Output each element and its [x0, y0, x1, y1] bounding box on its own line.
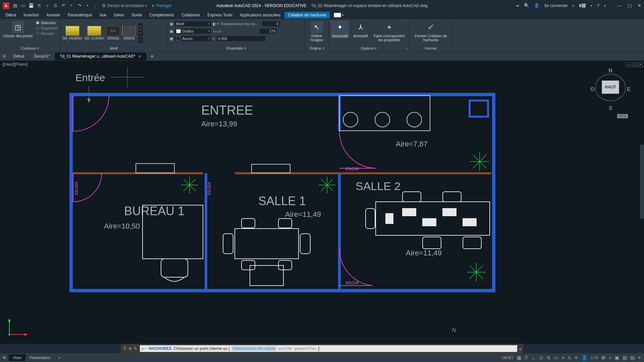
layout-menu-icon[interactable]: ≡ [0, 355, 9, 361]
autodesk-app-icon[interactable]: �⵮ [579, 3, 586, 8]
status-scale[interactable]: 1:75 [591, 356, 598, 360]
cmd-custom-icon[interactable]: ✎ [134, 346, 137, 351]
status-grid-icon[interactable]: ▦ [517, 355, 521, 360]
qat-plot-icon[interactable]: ⎙ [52, 3, 58, 9]
share-button[interactable]: ➤ Partager [152, 3, 172, 8]
cmd-handle-icon[interactable]: ⠿ [123, 346, 126, 351]
pattern-gr-curinv[interactable]: GR_CURINV [84, 26, 104, 40]
annotatif-label: Annotatif [353, 34, 368, 38]
annotatif-button[interactable]: ⅄ Annotatif [352, 20, 369, 39]
nav-bar[interactable] [640, 145, 644, 219]
cmd-close-icon[interactable]: ✕ [128, 346, 132, 351]
file-tab-start[interactable]: Début [9, 53, 29, 60]
status-custom-icon[interactable]: ▤ [630, 355, 635, 360]
cmd-history-icon[interactable]: ▴ [517, 346, 523, 351]
qat-new-icon[interactable]: ▤ [12, 3, 18, 9]
cmd-opt-undo[interactable]: annUler [278, 346, 292, 351]
qat-save-icon[interactable]: 💾 [28, 3, 34, 9]
status-gear-icon[interactable]: ✿ [601, 355, 605, 360]
status-ortho-icon[interactable]: ∟ [531, 355, 536, 360]
signin-label[interactable]: Se connecter [544, 3, 568, 8]
status-model[interactable]: OBJET [502, 356, 514, 360]
viewcube-face[interactable]: HAUT [602, 80, 619, 94]
layout-tab-model[interactable]: Objet [9, 354, 25, 361]
qat-undo-icon[interactable]: ↶ [60, 3, 66, 9]
status-track-icon[interactable]: ↯ [547, 355, 551, 360]
qat-saveas-icon[interactable]: ⎘ [36, 3, 42, 9]
hatch-type-dropdown[interactable]: Motif [174, 21, 211, 27]
file-tab-close-icon[interactable]: ✕ [138, 54, 142, 59]
user-icon[interactable]: 👤 [534, 3, 539, 8]
file-tab-dessin1[interactable]: Dessin1* [29, 53, 55, 60]
svg-point-18 [375, 112, 390, 127]
search-icon[interactable]: 🔍 [524, 3, 529, 8]
status-menu-icon[interactable]: ≡ [638, 355, 641, 360]
new-tab-button[interactable]: + [147, 53, 158, 59]
angle-input[interactable] [259, 28, 277, 34]
close-icon[interactable]: ✕ [638, 3, 641, 8]
svg-rect-12 [252, 164, 290, 173]
viewcube-e[interactable]: E [627, 86, 631, 93]
set-origin-button[interactable]: ↖ Définir l'origine [307, 20, 326, 43]
status-annoscale-icon[interactable]: ⅄ [568, 355, 571, 360]
qat-open-icon[interactable]: ▭ [20, 3, 26, 9]
tab-parametrique[interactable]: Paramétrique [64, 12, 95, 18]
tab-expresstools[interactable]: Express Tools [204, 12, 235, 18]
drawing-canvas[interactable]: -][Haut][Filaire] — ▢ ✕ Entrée [0, 61, 644, 344]
layout-tab-layout1[interactable]: Présentation [25, 354, 54, 361]
file-tab-td01[interactable]: Td_01 Réaménager u...utilisant AutoCAD* … [55, 53, 147, 60]
tab-gerer[interactable]: Gérer [110, 12, 127, 18]
status-lwt-icon[interactable]: ≡ [562, 355, 565, 360]
file-tabs-menu-icon[interactable]: ≡ [0, 53, 9, 59]
hatch-bg-dropdown[interactable]: Aucun [174, 36, 211, 42]
viewcube-n[interactable]: N [608, 68, 612, 74]
tab-appsassoc[interactable]: Applications associées [236, 12, 284, 18]
status-polar-icon[interactable]: ⊙ [539, 355, 543, 360]
view-cube[interactable]: N S E O HAUT [590, 68, 631, 111]
search-dropdown-icon[interactable]: ◂▾ [516, 4, 519, 7]
status-plus-icon[interactable]: + [609, 355, 611, 360]
app-icon[interactable]: A [3, 2, 9, 9]
pick-points-button[interactable]: ◳ Choisir des points [2, 20, 34, 39]
pattern-scroll[interactable]: ▴▾≡ [138, 23, 143, 43]
command-line[interactable]: ⠿ ✕ ✎ ▸─ HACHURES Choisissez un point in… [121, 344, 523, 353]
hatch-color-dropdown[interactable]: DuBloc [174, 28, 211, 34]
tab-sortie[interactable]: Sortie [128, 12, 145, 18]
pattern-grate[interactable]: GRATE [122, 26, 136, 40]
tab-insertion[interactable]: Insertion [20, 12, 42, 18]
maximize-icon[interactable]: ▢ [628, 3, 632, 8]
tab-vue[interactable]: Vue [96, 12, 110, 18]
cmd-opt-params[interactable]: paramèTres [294, 346, 316, 351]
qat-redo-icon[interactable]: ↷ [76, 3, 83, 9]
qat-web-icon[interactable]: ⟐ [44, 3, 50, 9]
tab-hachures[interactable]: Création de hachures [284, 12, 330, 18]
scale-input[interactable] [216, 36, 266, 42]
tab-annoter[interactable]: Annoter [43, 12, 64, 18]
viewcube-o[interactable]: O [590, 86, 594, 93]
panel-origine: ↖ Définir l'origine Origine▾ [305, 19, 329, 52]
workspace-dropdown[interactable]: ⚙ Dessin et annotation ▾ [102, 3, 147, 8]
status-osnap-icon[interactable]: ▭ [554, 355, 558, 360]
tab-debut[interactable]: Début [2, 12, 19, 18]
ucs-badge[interactable]: SCG [617, 114, 628, 118]
status-iso-icon[interactable]: ▣ [615, 355, 619, 360]
pattern-gr-heminv[interactable]: GR_HEMINV [62, 26, 82, 40]
layout-add-button[interactable]: + [54, 354, 64, 361]
pattern-grass[interactable]: ✳✳GRASS [106, 26, 120, 40]
selection-button[interactable]: ▣Sélection [36, 20, 58, 25]
tab-complements[interactable]: Compléments [146, 12, 177, 18]
status-clean-icon[interactable]: ▥ [623, 355, 627, 360]
cmd-opt-select[interactable]: Sélectionnez des objets [232, 346, 276, 351]
help-icon[interactable]: ? [597, 3, 599, 8]
match-props-button[interactable]: ⌖ Faire correspondre les propriétés [372, 20, 407, 43]
viewcube-s[interactable]: S [609, 105, 612, 111]
status-user-icon[interactable]: 👤 [582, 355, 587, 360]
close-hatch-button[interactable]: ✔ Fermer Création de hachures [411, 20, 450, 43]
associatif-button[interactable]: ✦ Associatif [331, 20, 349, 39]
tab-collaborer[interactable]: Collaborer [178, 12, 203, 18]
transparency-input[interactable] [262, 21, 280, 27]
status-annovis-icon[interactable]: ✳ [574, 355, 578, 360]
tab-extra[interactable]: ▾ [334, 13, 344, 17]
status-snap-icon[interactable]: ⠿ [525, 355, 528, 360]
minimize-icon[interactable]: — [617, 3, 622, 8]
